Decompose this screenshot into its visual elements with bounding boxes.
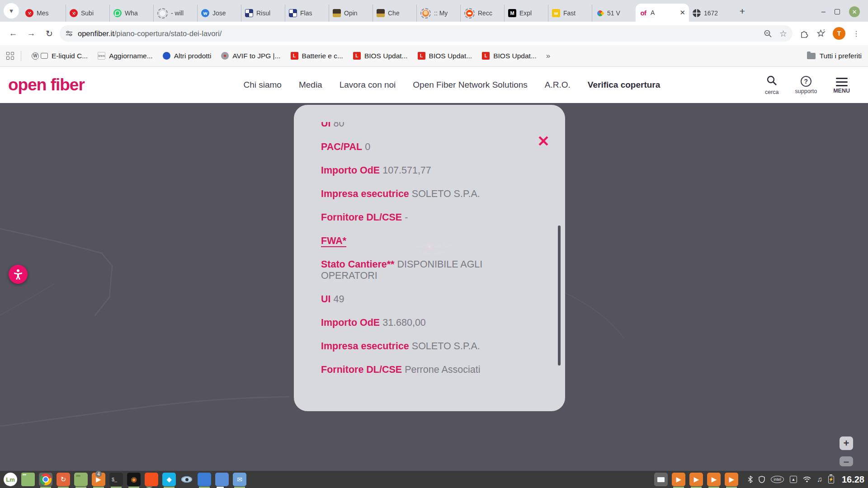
- taskbar-eye-icon[interactable]: [180, 473, 193, 486]
- header-action-label: MENU: [833, 88, 850, 94]
- modal-row: Importo OdE 31.680,00: [321, 317, 524, 328]
- reload-button[interactable]: ↻: [42, 26, 57, 41]
- forward-button[interactable]: →: [24, 26, 39, 41]
- taskbar-chrome-icon[interactable]: [39, 473, 52, 486]
- browser-tab[interactable]: - will: [153, 5, 197, 22]
- bookmark-item[interactable]: LBIOS Updat...: [414, 50, 476, 62]
- modal-row-label[interactable]: FWA*: [321, 235, 346, 246]
- music-tray-icon[interactable]: ♫: [817, 475, 822, 483]
- bluetooth-tray-icon[interactable]: [748, 476, 753, 483]
- taskbar-player-icon[interactable]: ▶: [725, 473, 738, 486]
- intel-tray-icon[interactable]: intel: [771, 476, 784, 483]
- browser-tab[interactable]: Mes: [22, 5, 66, 22]
- willhaben-solid-favicon-icon: w: [201, 9, 209, 17]
- apps-grid-icon[interactable]: [6, 52, 14, 60]
- nav-item-open-fiber-network-solutions[interactable]: Open Fiber Network Solutions: [413, 80, 527, 90]
- page-zoom-icon[interactable]: [764, 29, 772, 38]
- taskbar-player-icon[interactable]: ▶: [672, 473, 685, 486]
- taskbar-desktop-icon[interactable]: [21, 473, 35, 486]
- header-action-cerca[interactable]: cerca: [765, 75, 779, 95]
- taskbar-terminal-icon[interactable]: $_: [109, 473, 123, 486]
- browser-tab[interactable]: wJose: [197, 5, 241, 22]
- back-button[interactable]: ←: [5, 26, 21, 41]
- nav-item-media[interactable]: Media: [299, 80, 322, 90]
- address-bar[interactable]: openfiber.it/piano-copertura/stato-dei-l…: [60, 25, 793, 42]
- minimize-button[interactable]: –: [821, 8, 826, 16]
- accessibility-button[interactable]: [9, 265, 28, 284]
- coverage-map[interactable]: San Vito dei Normanni + − ✕ UI 80PAC/PAL…: [0, 103, 868, 471]
- browser-tab[interactable]: Risul: [241, 5, 285, 22]
- browser-tab[interactable]: Opin: [329, 5, 373, 22]
- header-action-supporto[interactable]: ?supporto: [795, 76, 817, 94]
- browser-tab[interactable]: MExpl: [504, 5, 548, 22]
- extensions-icon[interactable]: [800, 29, 809, 38]
- memory-saver-ring-icon: [157, 8, 168, 19]
- map-zoom-out-button[interactable]: −: [840, 456, 853, 466]
- shield-tray-icon[interactable]: [759, 476, 765, 483]
- reading-list-star-icon[interactable]: [816, 29, 826, 38]
- map-zoom-in-button[interactable]: +: [840, 436, 853, 450]
- taskbar-bluetooth-app-icon[interactable]: [198, 473, 211, 486]
- browser-tab[interactable]: Wha: [109, 5, 153, 22]
- browser-tab[interactable]: Subi: [66, 5, 109, 22]
- accessibility-person-icon: [12, 268, 24, 280]
- taskbar-player-icon[interactable]: ▶: [707, 473, 721, 486]
- bookmark-item[interactable]: irenAggiorname...: [94, 50, 157, 62]
- browser-tab[interactable]: Flas: [285, 5, 329, 22]
- eject-tray-icon[interactable]: ▲: [790, 476, 797, 483]
- window-count-badge: 4: [95, 471, 102, 477]
- bookmark-item[interactable]: WE-liquid C...: [28, 50, 92, 62]
- bookmark-item[interactable]: LBatterie e c...: [287, 50, 347, 62]
- taskbar-player-icon[interactable]: ▶4: [92, 473, 105, 486]
- taskbar-refresher-icon[interactable]: ↻: [57, 473, 70, 486]
- all-bookmarks-button[interactable]: Tutti i preferiti: [807, 52, 862, 60]
- browser-tab[interactable]: ofA✕: [636, 4, 689, 22]
- bookmark-item[interactable]: Altri prodotti: [159, 50, 216, 62]
- bookmark-item[interactable]: AVIF to JPG |...: [217, 50, 284, 62]
- search-icon: [766, 75, 777, 88]
- bookmark-item[interactable]: LBIOS Updat...: [349, 50, 412, 62]
- taskbar-screenshot-icon[interactable]: [654, 473, 668, 486]
- browser-tab[interactable]: :: My: [416, 5, 460, 22]
- browser-tab[interactable]: wFast: [548, 5, 592, 22]
- browser-tab[interactable]: 51 V: [592, 5, 636, 22]
- site-info-icon[interactable]: [65, 29, 73, 38]
- profile-avatar[interactable]: T: [833, 27, 845, 40]
- wifi-tray-icon[interactable]: [803, 476, 811, 483]
- taskbar-player-icon[interactable]: ▶: [689, 473, 703, 486]
- nav-item-verifica-copertura[interactable]: Verifica copertura: [588, 80, 660, 90]
- close-window-button[interactable]: ✕: [849, 6, 860, 17]
- browser-menu-kebab-icon[interactable]: ⋮: [853, 29, 860, 38]
- maximize-button[interactable]: [835, 9, 840, 14]
- nav-item-lavora-con-noi[interactable]: Lavora con noi: [340, 80, 396, 90]
- taskbar-kodi-icon[interactable]: ◆: [162, 473, 176, 486]
- taskbar-brave-icon[interactable]: [145, 473, 158, 486]
- nav-item-chi-siamo[interactable]: Chi siamo: [243, 80, 281, 90]
- tab-title: Expl: [519, 9, 544, 17]
- tab-close-icon[interactable]: ✕: [679, 9, 685, 17]
- modal-scrollbar-thumb[interactable]: [558, 225, 561, 366]
- modal-scroll-area[interactable]: UI 80PAC/PAL 0Importo OdE 107.571,77Impr…: [294, 122, 565, 398]
- bookmark-item[interactable]: LBIOS Updat...: [478, 50, 541, 62]
- modal-row-label: PAC/PAL: [321, 141, 362, 152]
- battery-tray-icon[interactable]: ⚡: [828, 476, 834, 483]
- modal-close-icon[interactable]: ✕: [535, 133, 552, 149]
- taskbar-mint-menu-icon[interactable]: Lm: [4, 473, 17, 486]
- browser-tab[interactable]: 1672: [689, 5, 733, 22]
- new-tab-button[interactable]: +: [736, 5, 749, 18]
- tab-title: Flas: [300, 9, 325, 17]
- bookmark-star-icon[interactable]: ☆: [779, 28, 787, 39]
- tab-search-button[interactable]: ▾: [4, 3, 19, 19]
- modal-row[interactable]: FWA*: [321, 235, 524, 247]
- taskbar-tiger-icon[interactable]: ◉: [127, 473, 141, 486]
- taskbar-mail-icon[interactable]: ✉: [233, 473, 246, 486]
- browser-tab[interactable]: Che: [373, 5, 416, 22]
- header-action-menu[interactable]: MENU: [833, 76, 850, 94]
- taskbar-screenshot-icon[interactable]: [215, 473, 229, 486]
- openfiber-logo[interactable]: open fiber: [7, 75, 85, 94]
- bookmarks-overflow-chevron[interactable]: »: [543, 52, 553, 61]
- nav-item-a-r-o-[interactable]: A.R.O.: [545, 80, 571, 90]
- modal-row-label: Fornitore DL/CSE: [321, 212, 402, 223]
- browser-tab[interactable]: Recc: [460, 5, 504, 22]
- taskbar-files-icon[interactable]: [74, 473, 88, 486]
